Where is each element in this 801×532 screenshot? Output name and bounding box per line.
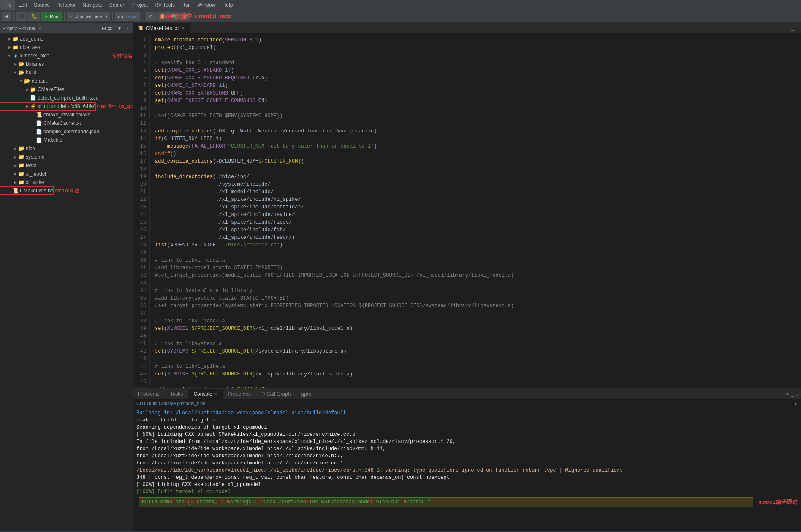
folder-icon: 📂 [24,78,30,84]
expand-arrow: ▼ [19,79,24,83]
tree-item-default[interactable]: ▼ 📂 default [0,77,133,85]
tree-item-xl-cpumodel[interactable]: ▶ ⚡ xl_cpumodel - [x86_64/le] [0,102,95,111]
tree-item-cmakelists[interactable]: 📜 CMakeLists.txt [0,186,53,195]
console-body[interactable]: Building in: /Local/xuzt/ide/ide_workspa… [133,408,801,531]
menu-search[interactable]: Search [106,0,129,10]
build-complete-text: Build complete (0 errors, 1 warnings): /… [142,499,431,506]
tree-label: build [26,70,36,76]
tree-item-systemc[interactable]: ▶ 📁 systemc [0,153,133,161]
tab-properties[interactable]: Properties [223,389,256,399]
stop-button[interactable]: ⬛ [16,12,27,21]
scroll-lock-button[interactable]: ⚭ [785,391,790,397]
tree-item-xl-spike[interactable]: ▶ 📁 xl_spike [0,178,133,186]
console-header: CDT Build Console [xlmodel_nice] ⇓ [133,400,801,408]
tree-item-cmake-cache[interactable]: 📄 CMakeCache.txt [0,119,133,127]
project-dropdown[interactable]: ◈ xlmodel_nice ▼ [67,12,110,21]
expand-arrow: ▶ [13,172,18,176]
back-button[interactable]: ◀ [2,12,11,21]
console-scroll-toggle[interactable]: ⇓ [794,401,798,406]
tab-tasks[interactable]: Tasks [165,389,189,399]
debug-button[interactable]: 🐛 [28,12,40,21]
tree-item-makefile[interactable]: 📄 Makefile [0,136,133,144]
tree-label: CMakeCache.txt [43,120,81,126]
view-menu-button[interactable]: ▾ [118,25,121,31]
file-icon: 📄 [35,120,42,126]
code-editor[interactable]: cmake_minimum_required(VERSION 3.1) proj… [150,34,801,388]
console-title: CDT Build Console [xlmodel_nice] [136,401,207,406]
maximize-button[interactable]: □ [127,25,130,31]
tree-item-xl-model[interactable]: ▶ 📁 xl_model [0,170,133,178]
menu-file[interactable]: File [0,0,15,10]
tab-close-button[interactable]: ✕ [214,392,217,396]
tree-item-xlmodel-nice[interactable]: ▼ ◈ xlmodel_nice [0,51,111,60]
tree-item-tests[interactable]: ▶ 📁 tests [0,161,133,170]
tab-call-graph[interactable]: ⊞ Call Graph [256,389,296,399]
menu-help[interactable]: Help [219,0,236,10]
menu-run[interactable]: Run [178,0,194,10]
tree-label: xl_cpumodel - [x86_64/le] [38,103,95,109]
tab-label: Properties [228,391,251,397]
tree-label: xlmodel_nice [20,53,49,59]
tree-item-cmakefiles[interactable]: ▶ 📁 CMakeFiles [0,85,133,94]
expand-arrow: ▼ [7,54,12,58]
binary-icon: ⚡ [30,103,36,109]
tab-console[interactable]: Console ✕ [188,389,223,399]
tree-item-binaries[interactable]: ▶ 📂 Binaries [0,60,133,68]
maximize-bottom-button[interactable]: □ [796,392,798,397]
tree-item-compile-commands[interactable]: 📄 compile_commands.json [0,127,133,136]
maximize-editor-button[interactable]: □ [796,26,798,31]
build-complete-bar: Build complete (0 errors, 1 warnings): /… [139,497,753,507]
bottom-panel-toolbar: ⚭ _ □ [783,389,801,399]
file-icon: 📄 [35,137,42,143]
menu-navigate[interactable]: Navigate [79,0,106,10]
tab-close-button[interactable]: ✕ [182,26,185,30]
tree-item-detect-compiler[interactable]: 📄 detect_compiler_builtins.cc [0,94,133,102]
console-line: cmake --build . --target all [136,417,798,424]
folder-icon: 📁 [12,44,19,50]
expand-arrow: ▶ [13,180,18,184]
run-button[interactable]: ▶ Run [41,12,62,21]
toolbar-icon-3[interactable]: 🔍 [168,12,179,21]
sidebar-title: Project Explorer [3,26,35,31]
tab-problems[interactable]: Problems [133,389,165,399]
console-line-built-target: [100%] Built target xl_cpumodel [136,489,798,496]
menu-window[interactable]: Window [194,0,219,10]
tree-item-nice-aes[interactable]: ▶ 📁 nice_aes [0,43,133,51]
tab-label: Call Graph [266,391,291,397]
folder-icon: 📁 [18,171,24,177]
minimize-bottom-button[interactable]: _ [791,392,794,397]
tab-gprof[interactable]: gprof [296,389,318,399]
menu-refactor[interactable]: Refactor [53,0,79,10]
folder-icon: 📁 [18,179,24,185]
menu-edit[interactable]: Edit [15,0,30,10]
minimize-editor-button[interactable]: _ [791,26,794,31]
link-editor-button[interactable]: ⇆ [108,25,112,31]
toolbar-icon-1[interactable]: ⚙ [146,12,156,21]
build-complete-row: Build complete (0 errors, 1 warnings): /… [136,497,798,508]
toolbar-icon-2[interactable]: 📋 [157,12,168,21]
toolbar-icon-4[interactable]: ⚒ [180,12,190,21]
expand-arrow: ▶ [13,163,18,167]
expand-arrow: ▶ [7,37,12,41]
tree-item-nice[interactable]: ▶ 📁 nice [0,144,133,153]
menu-source[interactable]: Source [30,0,53,10]
cmake-build-annotation: cmake构建 [55,187,80,194]
collapse-all-button[interactable]: ⊟ [102,25,106,31]
tree-item-build[interactable]: ▼ 📂 build [0,68,133,77]
tree-item-cmake-install[interactable]: 📜 cmake_install.cmake [0,111,133,119]
line-numbers: 12345 678910 1112131415 1617181920 21222… [133,34,150,388]
menu-rv-tools[interactable]: RV-Tools [151,0,178,10]
minimize-button[interactable]: _ [122,25,125,31]
tree-label: nice_aes [20,44,40,50]
cmake-icon: 📜 [35,112,42,118]
code-container[interactable]: 12345 678910 1112131415 1617181920 21222… [133,34,801,388]
console-line: [100%] Linking CXX executable xl_cpumode… [136,481,798,489]
file-icon: 📄 [35,129,42,135]
tree-label: xl_spike [26,179,44,185]
tab-cmakelists[interactable]: 📜 CMakeLists.txt ✕ [133,23,190,33]
console-line: from /Local/xuzt/ide/ide_workspace/xlmod… [136,446,798,453]
menu-project[interactable]: Project [129,0,151,10]
new-file-button[interactable]: + [114,25,117,31]
expand-arrow: ▶ [7,45,12,49]
tree-item-aes-demo[interactable]: ▶ 📁 aes_demo [0,35,133,43]
